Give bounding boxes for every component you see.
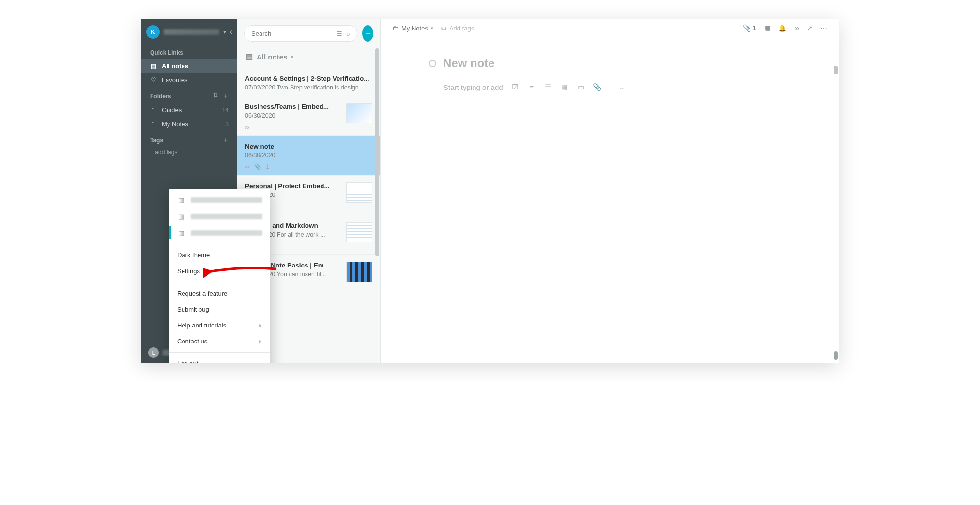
add-tags-button[interactable]: 🏷 Add tags [440, 25, 474, 32]
sidebar-item-label: Favorites [162, 76, 187, 84]
note-card-selected[interactable]: New note 06/30/2020 ∞ 📎 1 [237, 135, 380, 175]
sidebar-item-label: My Notes [162, 120, 188, 128]
add-folder-icon[interactable]: ＋ [223, 92, 229, 100]
menu-contact-us[interactable]: Contact us ▶ [169, 333, 270, 349]
sidebar-item-favorites[interactable]: ♡ Favorites [141, 73, 237, 87]
folder-icon: 🗀 [150, 106, 157, 114]
folder-count: 14 [222, 107, 229, 114]
attachment-count: 1 [753, 25, 756, 31]
add-tag-icon[interactable]: ＋ [223, 136, 229, 144]
secondary-avatar: L [148, 347, 159, 358]
editor-scrollbar[interactable] [834, 66, 838, 74]
note-title-input[interactable]: New note [443, 57, 495, 70]
breadcrumb[interactable]: 🗀 My Notes ▾ [392, 25, 433, 32]
editor-toolbar: 🗀 My Notes ▾ 🏷 Add tags 📎 1 ▦ 🔔 ∞ ⤢ ⋯ [381, 19, 839, 37]
org-name-redacted [191, 214, 262, 219]
chevron-down-icon: ▾ [291, 54, 293, 59]
sort-folders-icon[interactable]: ⇅ [213, 92, 218, 100]
note-thumbnail [346, 103, 372, 123]
bulleted-list-icon[interactable]: ☰ [544, 83, 552, 91]
user-avatar[interactable]: K [146, 25, 160, 39]
attachments-button[interactable]: 📎 1 [743, 24, 756, 32]
divider [610, 83, 610, 91]
note-thumbnail [346, 222, 372, 242]
attachment-count: 1 [266, 163, 270, 170]
folders-heading: Folders ⇅ ＋ [141, 87, 237, 103]
org-icon: ▥ [177, 212, 185, 220]
folder-count: 3 [225, 121, 229, 128]
sidebar-folder-guides[interactable]: 🗀 Guides 14 [141, 103, 237, 117]
chevron-right-icon: ▶ [259, 323, 262, 328]
sidebar-item-label: All notes [162, 62, 188, 70]
task-checkbox-icon[interactable] [429, 60, 436, 67]
note-card[interactable]: Account & Settings | 2-Step Verificatio.… [237, 68, 380, 96]
note-title: Business/Teams | Embed... [245, 103, 341, 110]
numbered-list-icon[interactable]: ≡ [527, 83, 536, 91]
menu-submit-bug[interactable]: Submit bug [169, 301, 270, 317]
chevron-right-icon: ▶ [259, 339, 262, 344]
org-item-active[interactable]: ▥ [169, 224, 270, 241]
new-note-button[interactable]: ＋ [362, 25, 373, 42]
menu-settings[interactable]: Settings [169, 263, 270, 279]
add-tags-link[interactable]: + add tags [141, 147, 237, 158]
search-input[interactable] [251, 30, 333, 37]
menu-help-tutorials[interactable]: Help and tutorials ▶ [169, 317, 270, 333]
checkbox-block-icon[interactable]: ☑ [511, 83, 520, 91]
tags-heading: Tags ＋ [141, 131, 237, 147]
note-icon: ▤ [150, 62, 157, 70]
sidebar-item-label: Guides [162, 106, 182, 114]
heart-icon: ♡ [150, 76, 157, 84]
workspace-switcher[interactable]: K ▾ ‹ [141, 19, 237, 45]
search-icon[interactable]: ⌕ [346, 30, 350, 37]
org-icon: ▥ [177, 196, 185, 204]
expand-icon[interactable]: ⤢ [807, 24, 812, 32]
attachment-icon: 📎 [743, 24, 751, 32]
menu-dark-theme[interactable]: Dark theme [169, 247, 270, 263]
user-menu: ▥ ▥ ▥ Dark theme Settings Request [169, 189, 270, 363]
list-scrollbar[interactable] [375, 48, 379, 256]
list-header[interactable]: ▤ All notes ▾ [237, 47, 380, 68]
list-icon: ▤ [246, 52, 253, 61]
image-icon[interactable]: ▭ [577, 83, 585, 91]
share-icon: ∞ [245, 163, 249, 170]
workspace-caret-icon[interactable]: ▾ [223, 29, 226, 35]
note-thumbnail [346, 262, 372, 282]
attach-icon[interactable]: 📎 [593, 83, 602, 91]
reminder-icon[interactable]: 🔔 [778, 24, 786, 32]
note-thumbnail [346, 182, 372, 203]
menu-log-out[interactable]: Log out [169, 356, 270, 363]
menu-request-feature[interactable]: Request a feature [169, 285, 270, 301]
org-item[interactable]: ▥ [169, 208, 270, 224]
editor-panel: 🗀 My Notes ▾ 🏷 Add tags 📎 1 ▦ 🔔 ∞ ⤢ ⋯ [381, 19, 839, 363]
org-name-redacted [191, 197, 262, 203]
attachment-icon: 📎 [254, 163, 261, 170]
org-name-redacted [191, 230, 262, 236]
filter-icon[interactable]: ☰ [337, 30, 342, 37]
editor-scrollbar-end[interactable] [834, 351, 838, 360]
tag-icon: 🏷 [440, 25, 446, 32]
workspace-name-redacted [164, 29, 219, 35]
chevron-down-icon: ▾ [431, 26, 433, 30]
note-snippet: 06/30/2020 [245, 152, 372, 159]
apps-icon[interactable]: ▦ [764, 24, 770, 32]
share-icon: ∞ [245, 124, 249, 131]
list-title: All notes [257, 53, 287, 61]
more-icon[interactable]: ⋯ [820, 24, 827, 32]
sidebar-item-all-notes[interactable]: ▤ All notes [141, 59, 237, 73]
sidebar-folder-mynotes[interactable]: 🗀 My Notes 3 [141, 117, 237, 131]
breadcrumb-label: My Notes [401, 25, 428, 32]
share-icon[interactable]: ∞ [794, 24, 799, 32]
org-item[interactable]: ▥ [169, 192, 270, 208]
note-card[interactable]: Business/Teams | Embed... 06/30/2020 ∞ [237, 96, 380, 135]
more-blocks-icon[interactable]: ⌄ [618, 83, 627, 91]
collapse-sidebar-icon[interactable]: ‹ [230, 28, 232, 36]
editor-placeholder: Start typing or add [444, 83, 503, 91]
search-box[interactable]: ☰ ⌕ [244, 25, 357, 42]
folder-icon: 🗀 [392, 25, 398, 32]
note-snippet: 06/30/2020 [245, 112, 341, 119]
note-title: New note [245, 143, 372, 150]
note-snippet: 07/02/2020 Two-Step verification is desi… [245, 84, 372, 91]
table-icon[interactable]: ▦ [560, 83, 569, 91]
editor-placeholder-row[interactable]: Start typing or add ☑ ≡ ☰ ▦ ▭ 📎 ⌄ [444, 83, 839, 91]
folder-icon: 🗀 [150, 120, 157, 128]
